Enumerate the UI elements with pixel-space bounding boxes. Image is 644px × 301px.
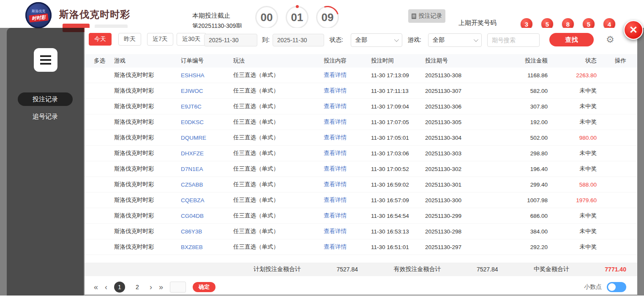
filter-30days-button[interactable]: 近30天 [177,33,206,46]
row-status: 未中奖 [548,149,597,157]
row-amount: 196.40 [489,166,548,172]
countdown-minutes: 01 [286,6,308,29]
view-detail-link[interactable]: 查看详情 [324,197,347,203]
countdown-seconds: 09 [316,6,339,29]
view-detail-link[interactable]: 查看详情 [324,165,347,172]
filter-yesterday-button[interactable]: 昨天 [118,33,141,46]
decimal-toggle-group: 小数点 [584,282,626,292]
sidebar-item-bet-records[interactable]: 投注记录 [18,92,73,106]
game-select[interactable]: 全部 [428,33,482,47]
view-detail-link[interactable]: 查看详情 [324,181,347,187]
row-amount: 299.40 [489,182,548,188]
row-bet-time: 11-30 16:54:54 [371,213,425,219]
view-detail-link[interactable]: 查看详情 [324,150,347,156]
decimal-point-label: 小数点 [584,283,602,291]
view-detail-link[interactable]: 查看详情 [324,72,347,78]
table-body: 斯洛伐克时时彩 ESHSHA 任三直选（单式） 查看详情 11-30 17:13… [85,68,637,255]
row-period: 20251130-306 [425,103,489,110]
row-order-id[interactable]: CZ5ABB [181,182,233,188]
row-order-id[interactable]: D7N1EA [181,166,233,172]
view-detail-link[interactable]: 查看详情 [324,244,347,250]
page-button-2[interactable]: 2 [132,282,143,293]
row-play-type: 任三直选（单式） [233,228,324,235]
row-order-id[interactable]: C86Y3B [181,228,233,235]
view-detail-link[interactable]: 查看详情 [324,103,347,109]
close-icon: ✕ [629,24,638,36]
search-button[interactable]: 查找 [549,33,594,46]
row-amount: 502.00 [489,135,548,141]
row-period: 20251130-307 [425,88,489,94]
row-order-id[interactable]: ESHSHA [181,72,233,79]
row-order-id[interactable]: BXZ8EB [181,244,233,250]
row-status: 未中奖 [548,103,597,110]
table-row: 斯洛伐克时时彩 CZ5ABB 任三直选（单式） 查看详情 11-30 16:59… [85,177,637,193]
prev-page-button[interactable]: ‹ [105,283,107,291]
row-order-id[interactable]: E0DKSC [181,119,233,125]
sidebar-item-label: 追号记录 [33,113,58,121]
records-icon-lines [40,55,51,57]
col-order-id: 订单编号 [181,57,233,65]
row-status: 2263.80 [548,72,597,79]
row-order-id[interactable]: CG04DB [181,213,233,219]
row-order-id[interactable]: DHXFZE [181,150,233,157]
next-page-button[interactable]: › [150,283,152,291]
row-bet-time: 11-30 16:51:01 [371,244,425,250]
col-bet-amount: 投注金额 [489,57,548,65]
row-amount: 292.20 [489,244,548,250]
row-game: 斯洛伐克时时彩 [114,196,181,204]
row-order-id[interactable]: CQEBZA [181,197,233,203]
valid-total-value: 7527.84 [477,266,498,273]
countdown-progress-dot [296,5,299,8]
table-row: 斯洛伐克时时彩 CQEBZA 任三直选（单式） 查看详情 11-30 16:57… [85,193,637,208]
row-game: 斯洛伐克时时彩 [114,87,181,95]
filter-7days-button[interactable]: 近7天 [147,33,173,46]
row-bet-time: 11-30 16:53:13 [371,228,425,235]
view-detail-link[interactable]: 查看详情 [324,134,347,141]
row-game: 斯洛伐克时时彩 [114,118,181,126]
col-multi-select: 多选 [94,57,114,65]
decimal-point-toggle[interactable] [607,282,626,292]
row-game: 斯洛伐克时时彩 [114,165,181,173]
date-to-input[interactable] [273,34,324,46]
row-order-id[interactable]: E9JT6C [181,103,233,110]
row-period: 20251130-297 [425,244,489,250]
row-game: 斯洛伐克时时彩 [114,181,181,188]
summary-row: 计划投注金额合计 7527.84 有效投注金额合计 7527.84 中奖金额合计… [85,263,637,276]
row-order-id[interactable]: EJIWOC [181,88,233,94]
row-bet-time: 11-30 17:03:06 [371,150,425,157]
bet-records-modal: 今天 昨天 近7天 近30天 到: 状态: 全部 游戏: 全部 查找 ⚙ 多选 … [85,28,637,295]
modal-sidebar: 投注记录 追号记录 [7,28,84,296]
row-bet-time: 11-30 17:11:13 [371,88,425,94]
pagination-bar: « ‹ 1 2 › » 确定 小数点 [94,279,626,295]
row-play-type: 任三直选（单式） [233,71,324,79]
view-detail-link[interactable]: 查看详情 [324,228,347,234]
page-jump-input[interactable] [170,282,186,293]
row-play-type: 任三直选（单式） [233,149,324,157]
filter-today-button[interactable]: 今天 [89,33,112,46]
view-detail-link[interactable]: 查看详情 [324,119,347,125]
document-icon [412,14,416,19]
view-detail-link[interactable]: 查看详情 [324,212,347,219]
toggle-knob [608,283,616,291]
sidebar-item-chase-records[interactable]: 追号记录 [18,110,73,123]
last-page-button[interactable]: » [159,283,163,291]
gear-icon[interactable]: ⚙ [606,34,614,45]
status-select[interactable]: 全部 [351,33,402,47]
bet-record-button[interactable]: 投注记录 [408,9,445,23]
row-game: 斯洛伐克时时彩 [114,228,181,235]
page-button-1[interactable]: 1 [114,282,125,293]
period-search-input[interactable] [487,33,540,47]
date-from-input[interactable] [204,34,257,46]
row-status: 未中奖 [548,228,597,235]
row-order-id[interactable]: DQUMRE [181,135,233,141]
row-status: 未中奖 [548,243,597,251]
row-bet-time: 11-30 17:09:04 [371,103,425,110]
game-filter-label: 游戏: [408,36,421,44]
row-amount: 298.80 [489,150,548,157]
close-modal-button[interactable]: ✕ [624,20,643,40]
logo-line2: 时时彩 [29,14,49,23]
row-period: 20251130-299 [425,213,489,219]
view-detail-link[interactable]: 查看详情 [324,87,347,94]
page-jump-confirm-button[interactable]: 确定 [193,282,216,292]
first-page-button[interactable]: « [94,283,98,291]
